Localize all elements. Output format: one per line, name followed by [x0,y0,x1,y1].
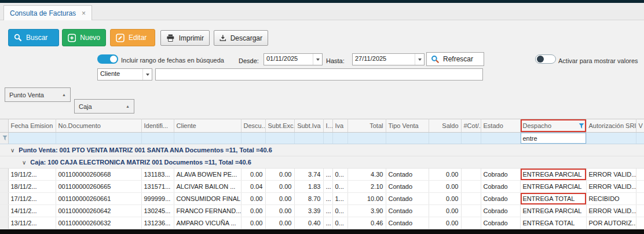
cell-cliente[interactable]: CONSUMIDOR FINAL [174,193,241,205]
column-header-v[interactable]: V [636,119,644,133]
cell-tipo-venta[interactable]: Contado [386,169,429,181]
column-header-cot[interactable]: #Cot/... [461,119,481,133]
cell-estado[interactable]: Cobrado [481,193,520,205]
show-values-toggle[interactable] [535,54,556,64]
cell-autorizaci-n-sri[interactable]: ERROR VALID... [586,205,636,217]
table-row[interactable]: 18/11/2...001100000260665131571...ALCIVA… [0,181,644,193]
filter-cell-fecha-emision[interactable] [8,133,56,144]
cell-autorizaci-n-sri[interactable]: POR AUTORIZ... [586,217,636,229]
cell-subt-exc[interactable]: 0.00 [265,217,294,229]
column-header-descu[interactable]: Descu... [241,119,265,133]
cell-tipo-venta[interactable]: Contado [386,193,429,205]
cell-fecha-emision[interactable]: 14/11/2... [8,205,56,217]
cell-saldo[interactable]: 0.00 [429,169,461,181]
cell-cliente[interactable]: AMPARO VICUÑA ... [174,217,241,229]
cell-identifi[interactable]: 131183... [141,169,174,181]
cell-autorizaci-n-sri[interactable]: RECIBIDO [586,193,636,205]
group-by-caja[interactable]: Caja ▲ [74,99,134,114]
tab-close-icon[interactable]: × [82,9,86,17]
column-header-subt-iva[interactable]: Subt.Iva [294,119,323,133]
column-header-total[interactable]: Total [347,119,386,133]
filter-cell-v[interactable] [636,133,644,144]
cell-descu[interactable]: 0.00 [241,193,265,205]
cell-iva[interactable]: 0... [332,181,347,193]
filter-cell-iva[interactable] [332,133,347,144]
cell-cot[interactable] [461,217,481,229]
table-row[interactable]: 17/11/2...001100000260661999999...CONSUM… [0,193,644,205]
cell-total[interactable]: 2.10 [347,181,386,193]
cell-saldo[interactable]: 0.00 [429,193,461,205]
filter-cell-tipo-venta[interactable] [386,133,429,144]
cell-v[interactable] [636,193,644,205]
filter-cell-despacho[interactable]: entre [520,133,586,144]
cell-identifi[interactable]: 999999... [141,193,174,205]
column-header-cliente[interactable]: Cliente [174,119,241,133]
cell-fecha-emision[interactable]: 19/11/2... [8,169,56,181]
filter-cell-subt-exc[interactable] [265,133,294,144]
cell-v[interactable] [636,181,644,193]
cell-estado[interactable]: Cobrado [481,205,520,217]
cell-autorizaci-n-sri[interactable]: ERROR VALID... [586,169,636,181]
cell-i[interactable]: ... [323,181,332,193]
column-header-no-documento[interactable]: No.Documento [56,119,141,133]
cell-estado[interactable]: Cobrado [481,169,520,181]
buscar-button[interactable]: Buscar [8,29,59,46]
cell-subt-iva[interactable]: 0.40 [294,217,323,229]
cell-tipo-venta[interactable]: Contado [386,217,429,229]
filter-cell-total[interactable] [347,133,386,144]
cell-no-documento[interactable]: 001100000260665 [56,181,141,193]
descargar-button[interactable]: Descargar [214,30,268,46]
table-row[interactable]: 13/11/2...001100000260632131236...AMPARO… [0,217,644,229]
cell-subt-iva[interactable]: 3.39 [294,205,323,217]
column-header-fecha-emision[interactable]: Fecha Emision [8,119,56,133]
cell-iva[interactable]: 1... [332,193,347,205]
cell-no-documento[interactable]: 001100000260661 [56,193,141,205]
imprimir-button[interactable]: Imprimir [160,30,210,46]
group-row[interactable]: ∨Caja: 100 CAJA ELECTRONICA MATRIZ 001 D… [0,156,644,169]
group-row[interactable]: ∨Punto Venta: 001 PTO VENTA MATRIZ 001 S… [0,144,644,156]
cell-total[interactable]: 3.90 [347,205,386,217]
cell-no-documento[interactable]: 001100000260632 [56,217,141,229]
filter-cell-cot[interactable] [461,133,481,144]
refrescar-button[interactable]: Refrescar [443,55,484,63]
cell-i[interactable]: ... [323,169,332,181]
cell-subt-iva[interactable]: 1.83 [294,181,323,193]
cell-cot[interactable] [461,205,481,217]
filter-cell-saldo[interactable] [429,133,461,144]
cell-v[interactable] [636,169,644,181]
cell-estado[interactable]: Cobrado [481,217,520,229]
cell-iva[interactable]: 0... [332,169,347,181]
column-header-i[interactable]: I... [323,119,332,133]
cell-total[interactable]: 0.46 [347,217,386,229]
cell-saldo[interactable]: 0.00 [429,181,461,193]
cell-descu[interactable]: 0.00 [241,217,265,229]
cliente-combo[interactable]: Cliente [97,68,152,81]
collapse-chevron-icon[interactable]: ∨ [10,147,14,153]
filter-cell-estado[interactable] [481,133,520,144]
cell-i[interactable]: ... [323,217,332,229]
cell-i[interactable]: ... [323,205,332,217]
cell-subt-iva[interactable]: 8.70 [294,193,323,205]
cell-cliente[interactable]: ALAVA BOWEN PE... [174,169,241,181]
table-row[interactable]: 19/11/2...001100000260668131183...ALAVA … [0,169,644,181]
cell-cot[interactable] [461,181,481,193]
column-header-iva[interactable]: Iva [332,119,347,133]
cell-subt-exc[interactable]: 0.00 [265,205,294,217]
cell-despacho[interactable]: ENTREGA TOTAL [520,193,586,205]
cell-estado[interactable]: Cobrado [481,181,520,193]
cell-fecha-emision[interactable]: 17/11/2... [8,193,56,205]
filter-cell-identifi[interactable] [141,133,174,144]
cell-cliente[interactable]: ALCIVAR BAILON ... [174,181,241,193]
hasta-date-input[interactable]: 27/11/2025 [352,53,425,65]
cell-no-documento[interactable]: 001100000260642 [56,205,141,217]
cell-fecha-emision[interactable]: 18/11/2... [8,181,56,193]
cell-descu[interactable]: 0.00 [241,205,265,217]
column-header-saldo[interactable]: Saldo [429,119,461,133]
cell-cot[interactable] [461,193,481,205]
cell-cot[interactable] [461,169,481,181]
collapse-chevron-icon[interactable]: ∨ [22,159,26,166]
tab-consulta-de-facturas[interactable]: Consulta de Facturas × [3,5,92,20]
cell-total[interactable]: 10.00 [347,193,386,205]
cell-tipo-venta[interactable]: Contado [386,181,429,193]
cell-subt-iva[interactable]: 3.74 [294,169,323,181]
